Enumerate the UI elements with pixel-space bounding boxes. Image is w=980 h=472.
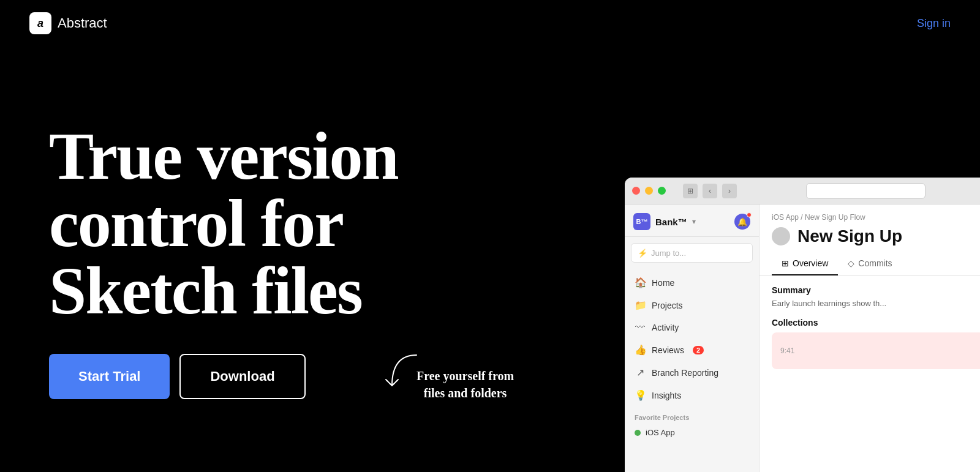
commits-icon: ◇: [848, 258, 854, 268]
app-screenshot: ⊞ ‹ › 🛡 B™ Bank™ ▾ 🔔 ⚡: [625, 178, 980, 472]
activity-icon: 〰: [635, 322, 646, 333]
tab-overview[interactable]: ⊞ Overview: [772, 252, 838, 275]
sidebar-item-label: Activity: [652, 323, 679, 332]
tagline-text: Free yourself from files and folders: [417, 367, 514, 402]
hero-section: True version control for Sketch files St…: [49, 122, 398, 399]
sidebar-item-label: Branch Reporting: [652, 368, 718, 378]
hero-title: True version control for Sketch files: [49, 122, 398, 324]
reviews-icon: 👍: [635, 344, 646, 356]
branch-title: New Sign Up: [797, 227, 902, 246]
back-icon[interactable]: ‹: [703, 184, 717, 198]
notification-dot: [747, 212, 752, 217]
lightning-icon: ⚡: [638, 249, 647, 258]
branch-reporting-icon: ↗: [635, 367, 646, 378]
navbar: a Abstract Sign in: [0, 0, 980, 47]
projects-icon: 📁: [635, 299, 646, 311]
app-body: B™ Bank™ ▾ 🔔 ⚡ Jump to... 🏠 Home: [625, 204, 980, 472]
maximize-icon[interactable]: [658, 187, 666, 195]
sidebar-item-label: Reviews: [652, 345, 684, 355]
insights-icon: 💡: [635, 389, 646, 401]
logo-area: a Abstract: [29, 12, 107, 34]
sidebar-item-label: Insights: [652, 391, 681, 400]
branch-tabs: ⊞ Overview ◇ Commits: [760, 252, 980, 275]
cta-buttons: Start Trial Download: [49, 354, 398, 399]
logo-text: Abstract: [58, 15, 107, 31]
address-bar[interactable]: [806, 183, 926, 199]
sidebar-item-projects[interactable]: 📁 Projects: [625, 294, 759, 317]
sidebar-item-home[interactable]: 🏠 Home: [625, 271, 759, 294]
summary-label: Summary: [772, 285, 980, 295]
close-icon[interactable]: [632, 187, 640, 195]
sidebar-item-label: Projects: [652, 301, 683, 310]
sidebar-item-reviews[interactable]: 👍 Reviews 2: [625, 339, 759, 361]
arrow-icon: [380, 349, 429, 398]
notification-button[interactable]: 🔔: [734, 214, 750, 230]
start-trial-button[interactable]: Start Trial: [49, 354, 170, 399]
browser-chrome: ⊞ ‹ › 🛡: [625, 178, 980, 204]
brand-icon: B™: [633, 213, 650, 230]
favorite-label: iOS App: [646, 428, 675, 437]
home-icon: 🏠: [635, 277, 646, 288]
brand-name: Bank™: [655, 217, 687, 227]
sidebar-header: B™ Bank™ ▾ 🔔: [625, 204, 759, 237]
collection-time: 9:41: [780, 347, 794, 355]
logo-icon: a: [29, 12, 51, 34]
sidebar-brand: B™ Bank™ ▾: [633, 213, 696, 230]
sidebar-nav: 🏠 Home 📁 Projects 〰 Activity 👍 Reviews 2: [625, 269, 759, 472]
tagline-area: Free yourself from files and folders: [417, 361, 514, 402]
main-content: iOS App / New Sign Up Flow New Sign Up ⊞…: [760, 204, 980, 472]
collection-card: 9:41: [772, 332, 980, 369]
collections-label: Collections: [772, 318, 980, 328]
download-button[interactable]: Download: [179, 354, 305, 399]
minimize-icon[interactable]: [645, 187, 653, 195]
tab-label: Overview: [793, 258, 828, 268]
sidebar-toggle-icon[interactable]: ⊞: [683, 184, 698, 198]
sidebar-item-activity[interactable]: 〰 Activity: [625, 317, 759, 339]
sidebar-item-branch-reporting[interactable]: ↗ Branch Reporting: [625, 361, 759, 384]
favorite-color-dot: [635, 430, 641, 436]
sidebar-item-insights[interactable]: 💡 Insights: [625, 384, 759, 406]
avatar: [772, 227, 790, 245]
jump-to-input[interactable]: ⚡ Jump to...: [631, 243, 753, 263]
sidebar: B™ Bank™ ▾ 🔔 ⚡ Jump to... 🏠 Home: [625, 204, 760, 472]
favorites-section-title: Favorite Projects: [625, 406, 759, 424]
sign-in-link[interactable]: Sign in: [917, 17, 951, 30]
favorite-item-ios[interactable]: iOS App: [625, 424, 759, 441]
tab-label: Commits: [858, 258, 892, 268]
summary-text: Early launch learnings show th...: [772, 299, 980, 308]
sidebar-item-label: Home: [652, 278, 674, 288]
breadcrumb: iOS App / New Sign Up Flow: [760, 204, 980, 224]
overview-icon: ⊞: [782, 258, 789, 268]
forward-icon[interactable]: ›: [722, 184, 737, 198]
brand-dropdown-icon[interactable]: ▾: [692, 217, 696, 226]
tab-commits[interactable]: ◇ Commits: [838, 252, 902, 275]
reviews-badge: 2: [693, 346, 704, 354]
content-area: Summary Early launch learnings show th..…: [760, 275, 980, 472]
